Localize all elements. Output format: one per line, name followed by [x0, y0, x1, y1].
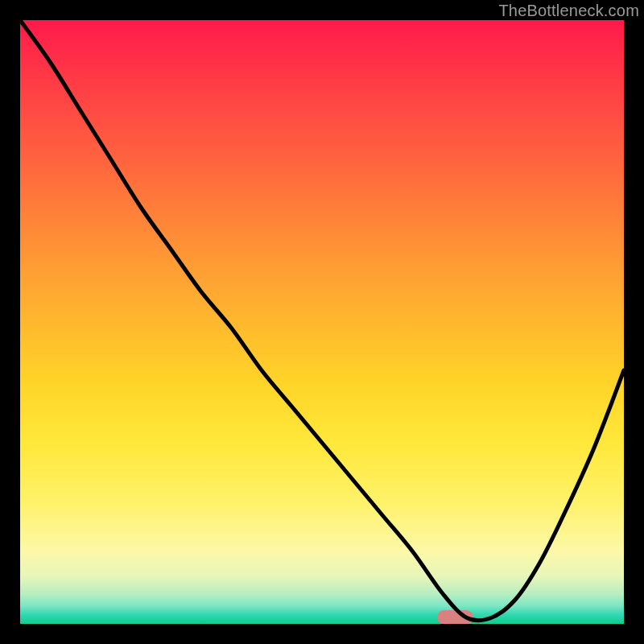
chart-frame: TheBottleneck.com [0, 0, 644, 644]
plot-area [20, 20, 624, 624]
curve-path [20, 20, 624, 621]
watermark-text: TheBottleneck.com [498, 2, 639, 20]
bottleneck-curve [20, 20, 624, 624]
